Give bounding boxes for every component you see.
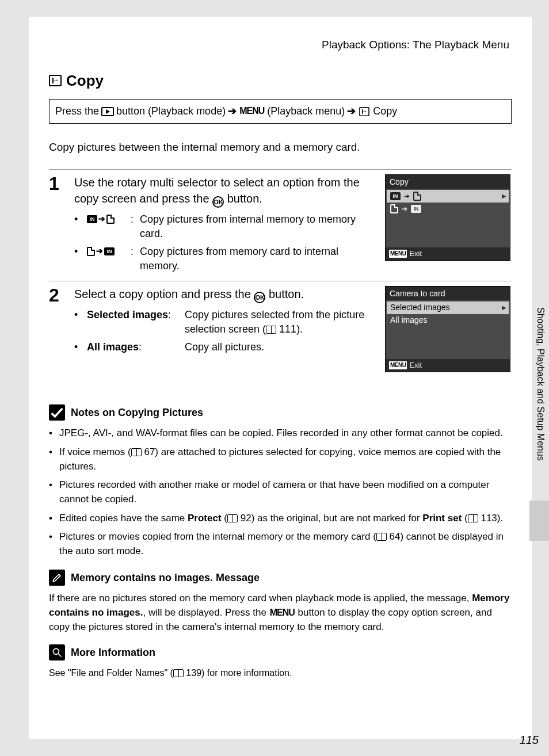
book-reference-icon [173,669,184,677]
book-reference-icon [266,326,276,334]
camera-screen-footer: MENU Exit [386,247,510,260]
camera-screen-title: Copy [386,175,510,189]
arrow-right-icon: ➔ [96,246,103,257]
book-reference-icon [131,448,142,456]
list-item: All images Copy all pictures. [74,340,378,354]
list-item: ➔ IN : Copy pictures from memory card to… [74,245,378,273]
bullet-icon [74,308,81,322]
ok-button-icon: OK [254,292,265,303]
step-number: 1 [49,174,64,277]
nav-text: Copy [373,104,397,119]
chevron-right-icon: ▶ [502,304,506,312]
playback-icon [101,107,114,116]
step-2: 2 Select a copy option and press the OK … [49,281,512,376]
camera-screen-copy: Copy IN ➔ ▶ ➔ IN [385,174,510,261]
arrow-right-icon: ➔ [228,104,237,119]
arrow-right-icon: ➔ [402,204,407,214]
sd-card-icon [87,247,95,256]
bullet-icon [74,245,81,259]
memory-message-text: If there are no pictures stored on the m… [49,591,512,634]
note-item: If voice memos ( 67) are attached to pic… [49,445,512,474]
list-item: IN ➔ : Copy pictures from internal memor… [74,212,378,241]
camera-menu-item: All images [387,314,509,327]
book-reference-icon [468,514,478,522]
camera-menu-item: ➔ IN [387,203,509,215]
arrow-right-icon: ➔ [404,192,410,201]
step-text: Use the rotary multi selector to select … [74,174,378,208]
chevron-right-icon: ▶ [502,192,506,200]
copy-icon [360,107,370,116]
menu-icon: MENU [389,361,407,369]
sd-card-icon [390,204,398,213]
notes-heading: Notes on Copying Pictures [71,406,203,420]
internal-memory-icon: IN [390,192,401,200]
menu-icon-text: MENU [269,608,295,617]
note-item: Edited copies have the same Protect ( 92… [49,511,512,526]
copy-icon [49,75,62,86]
list-item: Selected images Copy pictures selected f… [74,308,378,337]
page-title-row: Copy [49,70,512,91]
note-item: Pictures or movies copied from the inter… [49,530,512,558]
page-title: Copy [66,70,104,91]
section-header: Playback Options: The Playback Menu [49,37,512,53]
sd-card-icon [413,192,421,201]
camera-screen-footer: MENU Exit [386,359,510,372]
page-number: 115 [520,732,539,748]
internal-memory-icon: IN [104,247,115,255]
arrow-right-icon: ➔ [347,104,356,119]
breadcrumb-box: Press the button (Playback mode) ➔ MENU … [49,99,512,124]
camera-menu-item: Selected images ▶ [387,301,509,314]
camera-menu-item: IN ➔ ▶ [387,190,509,203]
menu-icon-text: MENU [239,105,265,117]
camera-screen-camera-to-card: Camera to card Selected images ▶ All ima… [385,286,510,373]
notes-on-copying: Notes on Copying Pictures JPEG-, AVI-, a… [49,404,512,679]
book-reference-icon [376,533,387,541]
camera-screen-title: Camera to card [386,287,510,301]
sd-card-icon [106,215,115,224]
step-text: Select a copy option and press the OK bu… [74,286,378,303]
bullet-icon [74,212,81,227]
svg-point-0 [53,649,59,655]
nav-text: button (Playback mode) [116,104,226,119]
internal-memory-icon: IN [411,205,421,213]
note-item: Pictures recorded with another make or m… [49,478,512,506]
pencil-note-icon [49,570,65,586]
nav-text: Press the [55,104,99,119]
step-1: 1 Use the rotary multi selector to selec… [49,170,512,281]
menu-icon: MENU [389,250,407,258]
book-reference-icon [227,514,238,522]
note-item: JPEG-, AVI-, and WAV-format files can be… [49,426,512,441]
step-number: 2 [49,286,64,373]
more-info-icon [49,644,65,660]
side-tab-label: Shooting, Playback and Setup Menus [532,305,549,463]
arrow-right-icon: ➔ [98,213,105,225]
checkmark-warning-icon [49,404,65,421]
bullet-icon [74,340,81,354]
internal-memory-icon: IN [87,215,97,223]
more-info-text: See "File and Folder Names" ( 139) for m… [49,666,512,679]
side-tab-marker [529,501,549,541]
memory-message-heading: Memory contains no images. Message [71,571,260,585]
svg-line-1 [59,654,62,657]
intro-text: Copy pictures between the internal memor… [49,140,512,155]
nav-text: (Playback menu) [267,104,345,119]
ok-button-icon: OK [212,196,224,208]
more-info-heading: More Information [71,646,155,660]
